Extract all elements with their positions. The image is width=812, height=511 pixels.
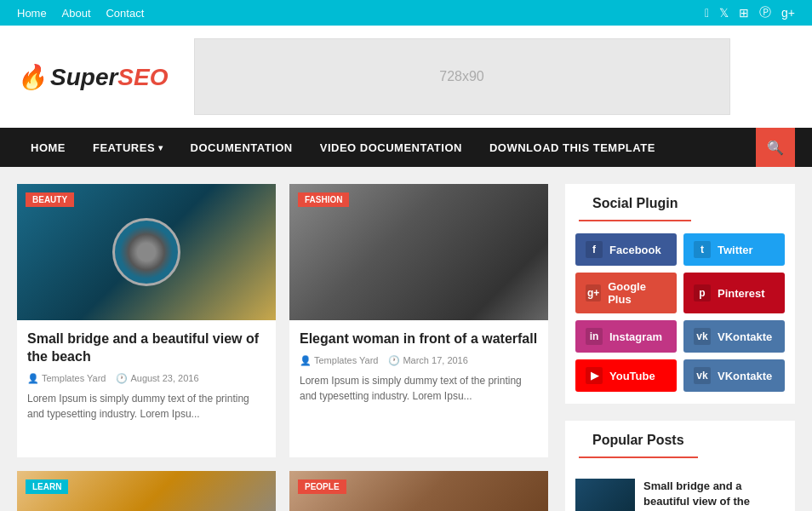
instagram-icon-top[interactable]: ⊞: [739, 6, 749, 20]
vkontakte-label-2: VKontakte: [718, 370, 772, 382]
popular-posts-widget: Popular Posts Small bridge and a beautif…: [565, 421, 795, 511]
post-title-1[interactable]: Small bridge and a beautiful view of the…: [27, 330, 266, 366]
vkontakte-button-2[interactable]: vk VKontakte: [683, 359, 785, 392]
site-logo[interactable]: 🔥SuperSEO: [17, 63, 169, 91]
pinterest-icon-top[interactable]: Ⓟ: [759, 5, 771, 20]
chevron-down-icon: ▾: [158, 143, 163, 152]
youtube-label: YouTube: [609, 370, 655, 382]
popular-post-title-1[interactable]: Small bridge and a beautiful view of the…: [643, 479, 785, 511]
content-area: BEAUTY Small bridge and a beautiful view…: [0, 167, 812, 511]
instagram-label: Instagram: [609, 330, 662, 343]
twitter-icon: t: [694, 241, 711, 258]
main-navigation: HOME FEATURES ▾ DOCUMENTATION VIDEO DOCU…: [0, 128, 812, 167]
post-title-2[interactable]: Elegant woman in front of a waterfall: [300, 330, 538, 348]
post-image-2: FASHION: [289, 184, 548, 320]
instagram-button[interactable]: in Instagram: [575, 320, 677, 353]
nav-contact[interactable]: Contact: [106, 7, 144, 20]
facebook-button[interactable]: f Facebook: [575, 233, 677, 266]
post-date-2: 🕐 March 17, 2016: [388, 355, 467, 366]
post-tag-1: BEAUTY: [26, 192, 74, 207]
social-icons-topbar:  𝕏 ⊞ Ⓟ g+: [705, 5, 795, 20]
logo-icon: 🔥: [17, 64, 47, 90]
post-author-1: 👤 Templates Yard: [27, 373, 106, 384]
vkontakte-button-1[interactable]: vk VKontakte: [683, 320, 785, 353]
vk-icon-2: vk: [694, 367, 711, 384]
post-card-4: PEOPLE: [289, 471, 548, 511]
twitter-icon-top[interactable]: 𝕏: [719, 6, 729, 20]
social-plugin-title: Social Plugin: [579, 184, 691, 221]
twitter-button[interactable]: t Twitter: [683, 233, 785, 266]
popular-posts-title: Popular Posts: [579, 421, 698, 458]
nav-home[interactable]: Home: [17, 7, 47, 20]
twitter-label: Twitter: [718, 244, 753, 256]
pinterest-icon: p: [694, 284, 711, 301]
popular-post-info-1: Small bridge and a beautiful view of the…: [643, 479, 785, 511]
post-excerpt-1: Lorem Ipsum is simply dummy text of the …: [27, 391, 266, 422]
post-meta-2: 👤 Templates Yard 🕐 March 17, 2016: [300, 355, 538, 366]
header-ad-banner: 728x90: [194, 38, 730, 115]
instagram-icon: in: [586, 328, 603, 345]
vk-icon-1: vk: [694, 328, 711, 345]
nav-download-template-main[interactable]: DOWNLOAD THIS TEMPLATE: [476, 128, 669, 167]
vkontakte-label-1: VKontakte: [718, 330, 772, 343]
post-body-1: Small bridge and a beautiful view of the…: [17, 320, 276, 432]
posts-grid: BEAUTY Small bridge and a beautiful view…: [17, 184, 548, 511]
youtube-icon: ▶: [586, 367, 603, 384]
social-plugin-widget: Social Plugin f Facebook t Twitter g+ Go…: [565, 184, 795, 404]
top-navigation: Home About Contact  𝕏 ⊞ Ⓟ g+: [0, 0, 812, 26]
facebook-icon-top[interactable]: : [705, 6, 709, 20]
social-buttons-grid: f Facebook t Twitter g+ Google Plus p Pi…: [565, 233, 795, 404]
post-body-2: Elegant woman in front of a waterfall 👤 …: [289, 320, 548, 414]
post-date-1: 🕐 August 23, 2016: [116, 373, 198, 384]
youtube-button[interactable]: ▶ YouTube: [575, 359, 677, 392]
post-author-2: 👤 Templates Yard: [300, 355, 378, 366]
googleplus-icon-top[interactable]: g+: [781, 6, 795, 20]
top-nav-links: Home About Contact: [17, 6, 156, 20]
facebook-icon: f: [586, 241, 603, 258]
popular-post-image-1: [575, 479, 635, 511]
nav-about[interactable]: About: [62, 7, 91, 20]
post-image-4: PEOPLE: [289, 471, 548, 511]
post-card-3: LEARN: [17, 471, 276, 511]
popular-post-item-1: Small bridge and a beautiful view of the…: [565, 470, 795, 511]
post-meta-1: 👤 Templates Yard 🕐 August 23, 2016: [27, 373, 266, 384]
site-header: 🔥SuperSEO 728x90: [0, 26, 812, 128]
search-button[interactable]: 🔍: [756, 128, 795, 167]
post-tag-3: LEARN: [26, 479, 68, 494]
post-tag-4: PEOPLE: [298, 479, 346, 494]
post-image-1: BEAUTY: [17, 184, 276, 320]
nav-features-main[interactable]: FEATURES ▾: [79, 128, 177, 167]
logo-text-super: Super: [50, 64, 117, 90]
nav-video-documentation-main[interactable]: VIDEO DOCUMENTATION: [306, 128, 476, 167]
pinterest-button[interactable]: p Pinterest: [683, 273, 785, 313]
googleplus-label: Google Plus: [608, 280, 666, 306]
post-card-1: BEAUTY Small bridge and a beautiful view…: [17, 184, 276, 457]
search-icon: 🔍: [767, 140, 784, 156]
logo-text-seo: SEO: [117, 64, 168, 90]
nav-home-main[interactable]: HOME: [17, 128, 79, 167]
googleplus-icon: g+: [586, 284, 601, 301]
post-card-2: FASHION Elegant woman in front of a wate…: [289, 184, 548, 457]
googleplus-button[interactable]: g+ Google Plus: [575, 273, 677, 313]
post-excerpt-2: Lorem Ipsum is simply dummy text of the …: [300, 373, 538, 404]
facebook-label: Facebook: [609, 244, 661, 256]
nav-documentation-main[interactable]: DOCUMENTATION: [177, 128, 306, 167]
ad-banner-text: 728x90: [439, 69, 484, 84]
pinterest-label: Pinterest: [718, 287, 765, 300]
post-tag-2: FASHION: [298, 192, 349, 207]
sidebar: Social Plugin f Facebook t Twitter g+ Go…: [565, 184, 795, 511]
post-image-3: LEARN: [17, 471, 276, 511]
